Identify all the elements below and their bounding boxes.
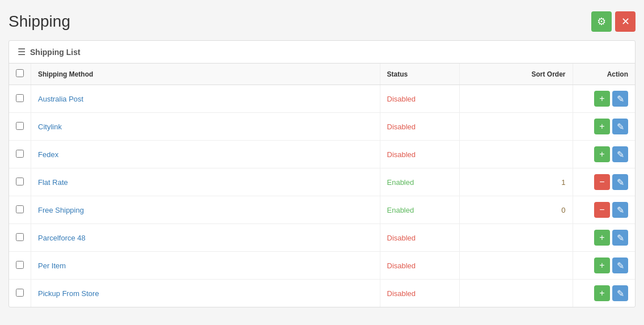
- method-link[interactable]: Citylink: [38, 123, 62, 131]
- action-buttons: +✎: [580, 230, 629, 246]
- sort-order-value: [459, 141, 573, 168]
- edit-icon: ✎: [617, 177, 624, 188]
- table-row: FedexDisabled+✎: [9, 141, 635, 168]
- shipping-panel: ☰ Shipping List Shipping Method Status S…: [9, 40, 635, 307]
- select-all-checkbox[interactable]: [16, 69, 24, 77]
- table-row: Parcelforce 48Disabled+✎: [9, 224, 635, 252]
- action-buttons: +✎: [580, 146, 629, 162]
- status-badge: Enabled: [387, 206, 414, 214]
- row-checkbox[interactable]: [16, 94, 24, 102]
- action-buttons: +✎: [580, 91, 629, 107]
- sort-order-value: [459, 113, 573, 141]
- header-sort-order: Sort Order: [459, 64, 573, 85]
- edit-icon: ✎: [617, 121, 624, 132]
- table-body: Australia PostDisabled+✎CitylinkDisabled…: [9, 85, 635, 307]
- status-badge: Disabled: [387, 289, 416, 298]
- sort-order-value: 0: [459, 196, 573, 224]
- method-link[interactable]: Fedex: [38, 150, 58, 159]
- enable-button[interactable]: +: [594, 146, 610, 162]
- table-row: Per ItemDisabled+✎: [9, 252, 635, 280]
- sort-order-value: 1: [459, 168, 573, 196]
- edit-icon: ✎: [617, 94, 624, 104]
- action-buttons: +✎: [580, 119, 629, 134]
- panel-heading: ☰ Shipping List: [9, 41, 635, 64]
- header-buttons: ⚙ ✕: [591, 11, 635, 32]
- row-checkbox[interactable]: [16, 178, 24, 185]
- status-badge: Disabled: [387, 123, 416, 131]
- edit-button[interactable]: ✎: [612, 285, 628, 301]
- table-row: Flat RateEnabled1−✎: [9, 168, 635, 196]
- plus-icon: +: [599, 288, 604, 298]
- row-checkbox[interactable]: [16, 289, 24, 297]
- shipping-table: Shipping Method Status Sort Order Action…: [9, 64, 635, 307]
- status-badge: Disabled: [387, 150, 416, 159]
- method-link[interactable]: Parcelforce 48: [38, 234, 86, 242]
- action-buttons: +✎: [580, 285, 629, 301]
- page-title: Shipping: [9, 12, 70, 31]
- sort-order-value: [459, 280, 573, 307]
- enable-button[interactable]: +: [594, 285, 610, 301]
- delete-button[interactable]: ✕: [615, 11, 635, 32]
- enable-button[interactable]: +: [594, 258, 610, 273]
- header-method: Shipping Method: [31, 64, 380, 85]
- edit-icon: ✎: [617, 288, 624, 299]
- settings-button[interactable]: ⚙: [591, 11, 612, 32]
- row-checkbox[interactable]: [16, 233, 24, 241]
- edit-icon: ✎: [617, 149, 624, 160]
- page-header: Shipping ⚙ ✕: [9, 6, 635, 40]
- row-checkbox[interactable]: [16, 261, 24, 269]
- table-header: Shipping Method Status Sort Order Action: [9, 64, 635, 85]
- method-link[interactable]: Flat Rate: [38, 178, 68, 187]
- disable-button[interactable]: −: [594, 174, 610, 190]
- table-row: CitylinkDisabled+✎: [9, 113, 635, 141]
- header-row: Shipping Method Status Sort Order Action: [9, 64, 635, 85]
- edit-button[interactable]: ✎: [612, 230, 628, 246]
- row-checkbox[interactable]: [16, 150, 24, 158]
- table-row: Free ShippingEnabled0−✎: [9, 196, 635, 224]
- plus-icon: +: [599, 233, 604, 243]
- table-row: Pickup From StoreDisabled+✎: [9, 280, 635, 307]
- edit-button[interactable]: ✎: [612, 119, 628, 134]
- edit-button[interactable]: ✎: [612, 91, 628, 107]
- edit-button[interactable]: ✎: [612, 174, 628, 190]
- row-checkbox[interactable]: [16, 122, 24, 130]
- method-link[interactable]: Pickup From Store: [38, 289, 99, 298]
- plus-icon: +: [599, 94, 604, 104]
- edit-button[interactable]: ✎: [612, 202, 628, 218]
- status-badge: Disabled: [387, 95, 416, 103]
- status-badge: Disabled: [387, 234, 416, 242]
- plus-icon: +: [599, 260, 604, 271]
- edit-button[interactable]: ✎: [612, 146, 628, 162]
- sort-order-value: [459, 252, 573, 280]
- action-buttons: +✎: [580, 258, 629, 273]
- sort-order-value: [459, 224, 573, 252]
- table-row: Australia PostDisabled+✎: [9, 85, 635, 113]
- enable-button[interactable]: +: [594, 119, 610, 134]
- status-badge: Disabled: [387, 261, 416, 270]
- method-link[interactable]: Free Shipping: [38, 206, 84, 214]
- header-status: Status: [380, 64, 459, 85]
- page-wrapper: Shipping ⚙ ✕ ☰ Shipping List Shipping Me…: [0, 0, 644, 313]
- enable-button[interactable]: +: [594, 91, 610, 107]
- action-buttons: −✎: [580, 202, 629, 218]
- edit-icon: ✎: [617, 260, 624, 271]
- row-checkbox[interactable]: [16, 205, 24, 213]
- edit-icon: ✎: [617, 205, 624, 216]
- header-action: Action: [573, 64, 635, 85]
- delete-icon: ✕: [621, 15, 630, 28]
- minus-icon: −: [599, 205, 604, 215]
- list-icon: ☰: [18, 47, 26, 57]
- plus-icon: +: [599, 121, 604, 132]
- sort-order-value: [459, 85, 573, 113]
- disable-button[interactable]: −: [594, 202, 610, 218]
- edit-button[interactable]: ✎: [612, 258, 628, 273]
- settings-icon: ⚙: [597, 15, 606, 28]
- action-buttons: −✎: [580, 174, 629, 190]
- enable-button[interactable]: +: [594, 230, 610, 246]
- method-link[interactable]: Australia Post: [38, 95, 83, 103]
- header-checkbox-col: [9, 64, 31, 85]
- status-badge: Enabled: [387, 178, 414, 187]
- method-link[interactable]: Per Item: [38, 261, 66, 270]
- plus-icon: +: [599, 149, 604, 159]
- edit-icon: ✎: [617, 233, 624, 243]
